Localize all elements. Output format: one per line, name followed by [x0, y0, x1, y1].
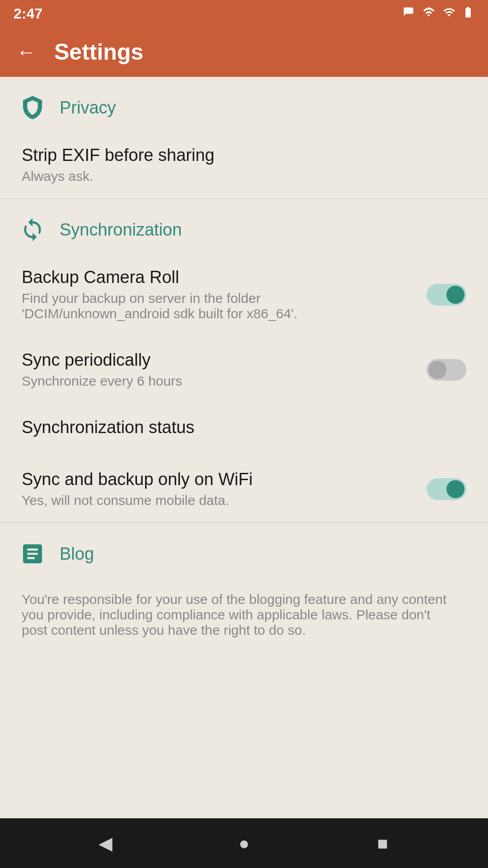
sync-periodically-text: Sync periodically Synchronize every 6 ho… — [22, 350, 427, 389]
sync-periodically-toggle[interactable] — [427, 359, 466, 381]
notification-icon — [402, 6, 415, 22]
sync-wifi-text: Sync and backup only on WiFi Yes, will n… — [22, 470, 427, 508]
sync-wifi-toggle[interactable] — [427, 478, 466, 500]
backup-camera-toggle[interactable] — [427, 284, 466, 306]
status-bar: 2:47 — [0, 0, 488, 27]
sync-icon — [18, 215, 47, 244]
status-icons — [402, 6, 474, 22]
battery-icon — [462, 6, 474, 22]
sync-periodically-sublabel: Synchronize every 6 hours — [22, 373, 408, 389]
sync-wifi-label: Sync and backup only on WiFi — [22, 470, 408, 489]
privacy-section-title: Privacy — [60, 98, 116, 118]
privacy-section-header: Privacy — [0, 77, 488, 131]
blog-section-header: Blog — [0, 523, 488, 577]
blog-section-title: Blog — [60, 544, 94, 564]
backup-camera-label: Backup Camera Roll — [22, 268, 408, 287]
backup-camera-text: Backup Camera Roll Find your backup on s… — [22, 268, 427, 321]
sync-section-title: Synchronization — [60, 220, 182, 240]
sync-status-label: Synchronization status — [22, 418, 448, 437]
nav-home-button[interactable]: ● — [228, 827, 260, 859]
backup-camera-sublabel: Find your backup on server in the folder… — [22, 291, 408, 321]
strip-exif-item[interactable]: Strip EXIF before sharing Always ask. — [0, 131, 488, 198]
sync-section-header: Synchronization — [0, 199, 488, 253]
strip-exif-text: Strip EXIF before sharing Always ask. — [22, 146, 466, 184]
app-bar: ← Settings — [0, 27, 488, 77]
settings-content: Privacy Strip EXIF before sharing Always… — [0, 77, 488, 818]
sync-periodically-item[interactable]: Sync periodically Synchronize every 6 ho… — [0, 336, 488, 403]
back-button[interactable]: ← — [16, 41, 36, 63]
sync-wifi-item[interactable]: Sync and backup only on WiFi Yes, will n… — [0, 455, 488, 523]
blog-section: Blog You're responsible for your use of … — [0, 523, 488, 652]
nav-recent-button[interactable]: ■ — [367, 827, 399, 859]
backup-camera-toggle-knob — [446, 286, 465, 304]
blog-disclaimer-item: You're responsible for your use of the b… — [0, 577, 488, 652]
status-time: 2:47 — [14, 5, 42, 22]
nav-bar: ◀ ● ■ — [0, 818, 488, 868]
blog-icon — [18, 539, 47, 568]
blog-disclaimer-sublabel: You're responsible for your use of the b… — [22, 592, 448, 638]
strip-exif-sublabel: Always ask. — [22, 169, 448, 184]
sync-status-item[interactable]: Synchronization status — [0, 403, 488, 455]
blog-disclaimer-text: You're responsible for your use of the b… — [22, 592, 466, 638]
privacy-icon — [18, 93, 47, 122]
privacy-section: Privacy Strip EXIF before sharing Always… — [0, 77, 488, 198]
wifi-icon — [421, 6, 436, 22]
backup-camera-item[interactable]: Backup Camera Roll Find your backup on s… — [0, 253, 488, 336]
sync-wifi-sublabel: Yes, will not consume mobile data. — [22, 493, 408, 508]
signal-icon — [443, 6, 455, 22]
synchronization-section: Synchronization Backup Camera Roll Find … — [0, 199, 488, 523]
nav-back-button[interactable]: ◀ — [89, 827, 121, 859]
sync-status-text: Synchronization status — [22, 418, 466, 441]
sync-periodically-label: Sync periodically — [22, 350, 408, 370]
strip-exif-label: Strip EXIF before sharing — [22, 146, 448, 165]
page-title: Settings — [54, 39, 143, 65]
sync-periodically-toggle-knob — [428, 361, 446, 379]
sync-wifi-toggle-knob — [446, 480, 465, 498]
